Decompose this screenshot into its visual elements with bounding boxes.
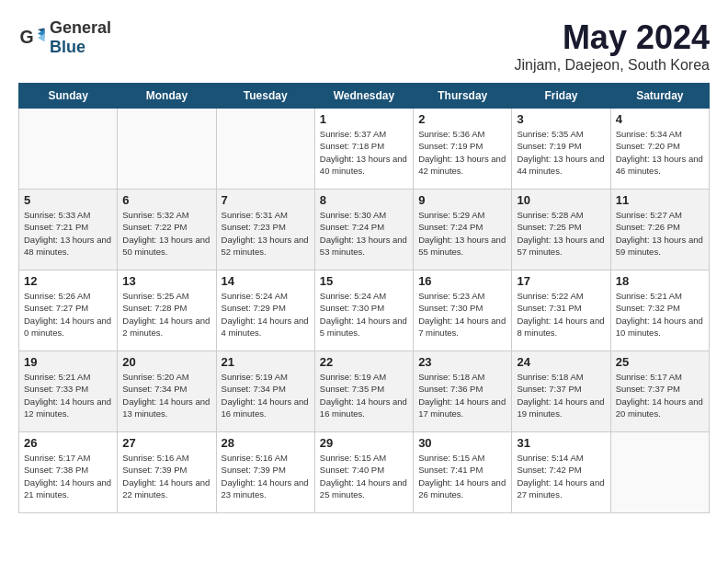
day-info: Sunrise: 5:36 AMSunset: 7:19 PMDaylight:… bbox=[418, 128, 506, 177]
day-info: Sunrise: 5:26 AMSunset: 7:27 PMDaylight:… bbox=[24, 290, 112, 339]
day-number: 23 bbox=[418, 355, 506, 369]
day-number: 4 bbox=[616, 112, 704, 126]
day-number: 21 bbox=[222, 355, 310, 369]
calendar-cell: 6Sunrise: 5:32 AMSunset: 7:22 PMDaylight… bbox=[118, 190, 216, 270]
day-number: 11 bbox=[616, 193, 704, 207]
calendar-cell: 13Sunrise: 5:25 AMSunset: 7:28 PMDayligh… bbox=[118, 270, 216, 351]
day-number: 9 bbox=[418, 193, 506, 207]
weekday-header: Friday bbox=[512, 84, 610, 109]
calendar-cell: 17Sunrise: 5:22 AMSunset: 7:31 PMDayligh… bbox=[512, 270, 610, 351]
day-number: 29 bbox=[320, 436, 408, 450]
page-header: G General Blue May 2024 Jinjam, Daejeon,… bbox=[18, 18, 710, 74]
weekday-header: Wednesday bbox=[314, 84, 413, 109]
day-number: 12 bbox=[24, 274, 112, 288]
calendar-cell: 19Sunrise: 5:21 AMSunset: 7:33 PMDayligh… bbox=[19, 351, 118, 432]
day-number: 27 bbox=[122, 436, 210, 450]
day-info: Sunrise: 5:15 AMSunset: 7:40 PMDaylight:… bbox=[320, 452, 408, 500]
calendar-cell: 8Sunrise: 5:30 AMSunset: 7:24 PMDaylight… bbox=[314, 190, 413, 270]
month-title: May 2024 bbox=[514, 18, 710, 57]
weekday-header: Thursday bbox=[414, 84, 512, 109]
logo-icon: G bbox=[18, 24, 46, 52]
day-info: Sunrise: 5:23 AMSunset: 7:30 PMDaylight:… bbox=[418, 290, 506, 339]
calendar-week-row: 1Sunrise: 5:37 AMSunset: 7:18 PMDaylight… bbox=[19, 109, 710, 190]
day-number: 1 bbox=[320, 112, 408, 126]
day-number: 16 bbox=[418, 274, 506, 288]
weekday-header: Tuesday bbox=[216, 84, 314, 109]
day-number: 31 bbox=[517, 436, 605, 450]
calendar-cell: 24Sunrise: 5:18 AMSunset: 7:37 PMDayligh… bbox=[512, 351, 610, 432]
calendar-cell: 30Sunrise: 5:15 AMSunset: 7:41 PMDayligh… bbox=[414, 432, 512, 513]
day-info: Sunrise: 5:17 AMSunset: 7:37 PMDaylight:… bbox=[616, 371, 704, 419]
calendar-week-row: 12Sunrise: 5:26 AMSunset: 7:27 PMDayligh… bbox=[19, 270, 710, 351]
weekday-header: Sunday bbox=[19, 84, 118, 109]
title-area: May 2024 Jinjam, Daejeon, South Korea bbox=[514, 18, 710, 74]
calendar-cell: 10Sunrise: 5:28 AMSunset: 7:25 PMDayligh… bbox=[512, 190, 610, 270]
day-info: Sunrise: 5:32 AMSunset: 7:22 PMDaylight:… bbox=[122, 209, 210, 258]
calendar-cell: 27Sunrise: 5:16 AMSunset: 7:39 PMDayligh… bbox=[118, 432, 216, 513]
calendar-cell: 28Sunrise: 5:16 AMSunset: 7:39 PMDayligh… bbox=[216, 432, 314, 513]
calendar-cell: 7Sunrise: 5:31 AMSunset: 7:23 PMDaylight… bbox=[216, 190, 314, 270]
location-subtitle: Jinjam, Daejeon, South Korea bbox=[514, 57, 710, 74]
calendar-cell: 3Sunrise: 5:35 AMSunset: 7:19 PMDaylight… bbox=[512, 109, 610, 190]
day-number: 17 bbox=[517, 274, 605, 288]
day-info: Sunrise: 5:18 AMSunset: 7:36 PMDaylight:… bbox=[418, 371, 506, 419]
day-number: 7 bbox=[222, 193, 310, 207]
calendar-table: SundayMondayTuesdayWednesdayThursdayFrid… bbox=[18, 83, 710, 513]
day-info: Sunrise: 5:30 AMSunset: 7:24 PMDaylight:… bbox=[320, 209, 408, 258]
logo: G General Blue bbox=[18, 18, 111, 57]
day-number: 6 bbox=[122, 193, 210, 207]
calendar-cell: 31Sunrise: 5:14 AMSunset: 7:42 PMDayligh… bbox=[512, 432, 610, 513]
calendar-cell: 25Sunrise: 5:17 AMSunset: 7:37 PMDayligh… bbox=[610, 351, 709, 432]
day-info: Sunrise: 5:17 AMSunset: 7:38 PMDaylight:… bbox=[24, 452, 112, 500]
day-info: Sunrise: 5:15 AMSunset: 7:41 PMDaylight:… bbox=[418, 452, 506, 500]
day-info: Sunrise: 5:16 AMSunset: 7:39 PMDaylight:… bbox=[222, 452, 310, 500]
calendar-cell bbox=[19, 109, 118, 190]
day-number: 25 bbox=[616, 355, 704, 369]
calendar-cell: 22Sunrise: 5:19 AMSunset: 7:35 PMDayligh… bbox=[314, 351, 413, 432]
day-number: 26 bbox=[24, 436, 112, 450]
day-number: 20 bbox=[122, 355, 210, 369]
svg-text:G: G bbox=[20, 27, 34, 47]
day-info: Sunrise: 5:24 AMSunset: 7:29 PMDaylight:… bbox=[222, 290, 310, 339]
day-info: Sunrise: 5:22 AMSunset: 7:31 PMDaylight:… bbox=[517, 290, 605, 339]
calendar-week-row: 26Sunrise: 5:17 AMSunset: 7:38 PMDayligh… bbox=[19, 432, 710, 513]
calendar-cell: 16Sunrise: 5:23 AMSunset: 7:30 PMDayligh… bbox=[414, 270, 512, 351]
day-info: Sunrise: 5:19 AMSunset: 7:34 PMDaylight:… bbox=[222, 371, 310, 419]
calendar-cell: 4Sunrise: 5:34 AMSunset: 7:20 PMDaylight… bbox=[610, 109, 709, 190]
calendar-cell: 15Sunrise: 5:24 AMSunset: 7:30 PMDayligh… bbox=[314, 270, 413, 351]
weekday-header: Monday bbox=[118, 84, 216, 109]
day-number: 28 bbox=[222, 436, 310, 450]
day-info: Sunrise: 5:27 AMSunset: 7:26 PMDaylight:… bbox=[616, 209, 704, 258]
day-number: 14 bbox=[222, 274, 310, 288]
calendar-cell: 20Sunrise: 5:20 AMSunset: 7:34 PMDayligh… bbox=[118, 351, 216, 432]
day-info: Sunrise: 5:16 AMSunset: 7:39 PMDaylight:… bbox=[122, 452, 210, 500]
day-info: Sunrise: 5:34 AMSunset: 7:20 PMDaylight:… bbox=[616, 128, 704, 177]
calendar-cell: 21Sunrise: 5:19 AMSunset: 7:34 PMDayligh… bbox=[216, 351, 314, 432]
day-info: Sunrise: 5:24 AMSunset: 7:30 PMDaylight:… bbox=[320, 290, 408, 339]
calendar-cell: 5Sunrise: 5:33 AMSunset: 7:21 PMDaylight… bbox=[19, 190, 118, 270]
calendar-cell bbox=[216, 109, 314, 190]
day-info: Sunrise: 5:21 AMSunset: 7:33 PMDaylight:… bbox=[24, 371, 112, 419]
calendar-cell bbox=[118, 109, 216, 190]
logo-text-blue: Blue bbox=[50, 38, 85, 56]
day-number: 30 bbox=[418, 436, 506, 450]
day-info: Sunrise: 5:37 AMSunset: 7:18 PMDaylight:… bbox=[320, 128, 408, 177]
weekday-header: Saturday bbox=[610, 84, 709, 109]
calendar-cell: 2Sunrise: 5:36 AMSunset: 7:19 PMDaylight… bbox=[414, 109, 512, 190]
calendar-cell: 29Sunrise: 5:15 AMSunset: 7:40 PMDayligh… bbox=[314, 432, 413, 513]
day-info: Sunrise: 5:29 AMSunset: 7:24 PMDaylight:… bbox=[418, 209, 506, 258]
calendar-cell: 14Sunrise: 5:24 AMSunset: 7:29 PMDayligh… bbox=[216, 270, 314, 351]
calendar-cell: 1Sunrise: 5:37 AMSunset: 7:18 PMDaylight… bbox=[314, 109, 413, 190]
calendar-cell: 9Sunrise: 5:29 AMSunset: 7:24 PMDaylight… bbox=[414, 190, 512, 270]
day-number: 18 bbox=[616, 274, 704, 288]
day-info: Sunrise: 5:19 AMSunset: 7:35 PMDaylight:… bbox=[320, 371, 408, 419]
day-number: 15 bbox=[320, 274, 408, 288]
day-info: Sunrise: 5:18 AMSunset: 7:37 PMDaylight:… bbox=[517, 371, 605, 419]
day-number: 8 bbox=[320, 193, 408, 207]
calendar-cell: 18Sunrise: 5:21 AMSunset: 7:32 PMDayligh… bbox=[610, 270, 709, 351]
day-info: Sunrise: 5:20 AMSunset: 7:34 PMDaylight:… bbox=[122, 371, 210, 419]
day-number: 10 bbox=[517, 193, 605, 207]
day-info: Sunrise: 5:25 AMSunset: 7:28 PMDaylight:… bbox=[122, 290, 210, 339]
day-number: 13 bbox=[122, 274, 210, 288]
day-info: Sunrise: 5:31 AMSunset: 7:23 PMDaylight:… bbox=[222, 209, 310, 258]
